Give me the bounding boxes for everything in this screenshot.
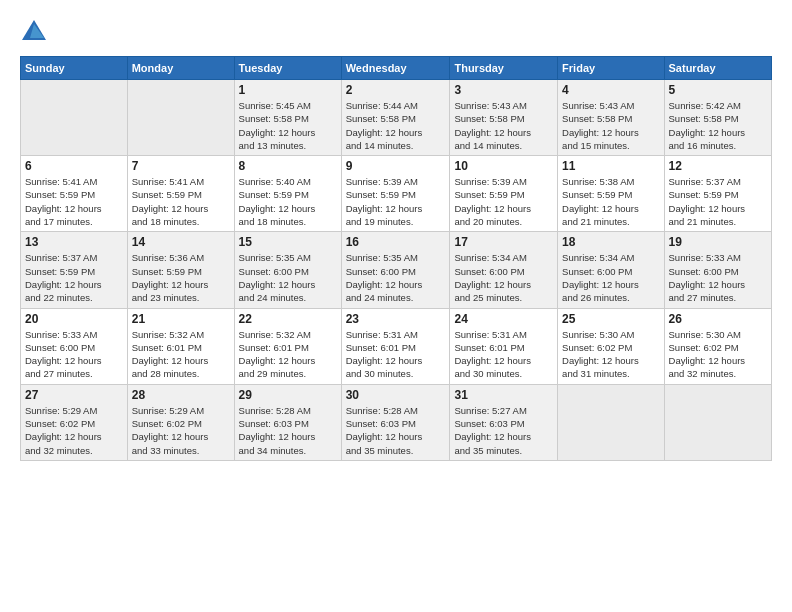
day-info: Sunrise: 5:44 AM Sunset: 5:58 PM Dayligh… xyxy=(346,99,446,152)
day-info: Sunrise: 5:31 AM Sunset: 6:01 PM Dayligh… xyxy=(346,328,446,381)
day-info: Sunrise: 5:32 AM Sunset: 6:01 PM Dayligh… xyxy=(132,328,230,381)
day-number: 30 xyxy=(346,388,446,402)
day-info: Sunrise: 5:34 AM Sunset: 6:00 PM Dayligh… xyxy=(562,251,659,304)
day-number: 16 xyxy=(346,235,446,249)
day-info: Sunrise: 5:36 AM Sunset: 5:59 PM Dayligh… xyxy=(132,251,230,304)
day-info: Sunrise: 5:33 AM Sunset: 6:00 PM Dayligh… xyxy=(25,328,123,381)
day-info: Sunrise: 5:41 AM Sunset: 5:59 PM Dayligh… xyxy=(25,175,123,228)
day-info: Sunrise: 5:28 AM Sunset: 6:03 PM Dayligh… xyxy=(239,404,337,457)
day-cell: 26Sunrise: 5:30 AM Sunset: 6:02 PM Dayli… xyxy=(664,308,771,384)
day-cell: 1Sunrise: 5:45 AM Sunset: 5:58 PM Daylig… xyxy=(234,80,341,156)
day-cell: 7Sunrise: 5:41 AM Sunset: 5:59 PM Daylig… xyxy=(127,156,234,232)
col-header-wednesday: Wednesday xyxy=(341,57,450,80)
logo xyxy=(20,18,52,46)
day-info: Sunrise: 5:29 AM Sunset: 6:02 PM Dayligh… xyxy=(132,404,230,457)
day-cell: 21Sunrise: 5:32 AM Sunset: 6:01 PM Dayli… xyxy=(127,308,234,384)
day-info: Sunrise: 5:30 AM Sunset: 6:02 PM Dayligh… xyxy=(562,328,659,381)
day-number: 22 xyxy=(239,312,337,326)
day-cell: 8Sunrise: 5:40 AM Sunset: 5:59 PM Daylig… xyxy=(234,156,341,232)
header xyxy=(20,18,772,46)
day-cell: 16Sunrise: 5:35 AM Sunset: 6:00 PM Dayli… xyxy=(341,232,450,308)
day-number: 17 xyxy=(454,235,553,249)
col-header-sunday: Sunday xyxy=(21,57,128,80)
day-number: 15 xyxy=(239,235,337,249)
page: SundayMondayTuesdayWednesdayThursdayFrid… xyxy=(0,0,792,612)
day-cell: 28Sunrise: 5:29 AM Sunset: 6:02 PM Dayli… xyxy=(127,384,234,460)
day-number: 27 xyxy=(25,388,123,402)
day-cell: 10Sunrise: 5:39 AM Sunset: 5:59 PM Dayli… xyxy=(450,156,558,232)
day-cell: 23Sunrise: 5:31 AM Sunset: 6:01 PM Dayli… xyxy=(341,308,450,384)
day-number: 5 xyxy=(669,83,767,97)
header-row: SundayMondayTuesdayWednesdayThursdayFrid… xyxy=(21,57,772,80)
day-number: 25 xyxy=(562,312,659,326)
day-info: Sunrise: 5:37 AM Sunset: 5:59 PM Dayligh… xyxy=(669,175,767,228)
col-header-thursday: Thursday xyxy=(450,57,558,80)
day-cell: 20Sunrise: 5:33 AM Sunset: 6:00 PM Dayli… xyxy=(21,308,128,384)
day-number: 2 xyxy=(346,83,446,97)
day-number: 20 xyxy=(25,312,123,326)
day-number: 3 xyxy=(454,83,553,97)
col-header-tuesday: Tuesday xyxy=(234,57,341,80)
week-row-5: 27Sunrise: 5:29 AM Sunset: 6:02 PM Dayli… xyxy=(21,384,772,460)
day-number: 21 xyxy=(132,312,230,326)
day-info: Sunrise: 5:40 AM Sunset: 5:59 PM Dayligh… xyxy=(239,175,337,228)
week-row-1: 1Sunrise: 5:45 AM Sunset: 5:58 PM Daylig… xyxy=(21,80,772,156)
day-info: Sunrise: 5:45 AM Sunset: 5:58 PM Dayligh… xyxy=(239,99,337,152)
day-cell: 9Sunrise: 5:39 AM Sunset: 5:59 PM Daylig… xyxy=(341,156,450,232)
day-number: 11 xyxy=(562,159,659,173)
day-cell: 25Sunrise: 5:30 AM Sunset: 6:02 PM Dayli… xyxy=(558,308,664,384)
day-info: Sunrise: 5:31 AM Sunset: 6:01 PM Dayligh… xyxy=(454,328,553,381)
day-info: Sunrise: 5:34 AM Sunset: 6:00 PM Dayligh… xyxy=(454,251,553,304)
day-cell: 14Sunrise: 5:36 AM Sunset: 5:59 PM Dayli… xyxy=(127,232,234,308)
day-number: 9 xyxy=(346,159,446,173)
day-cell: 31Sunrise: 5:27 AM Sunset: 6:03 PM Dayli… xyxy=(450,384,558,460)
day-cell xyxy=(558,384,664,460)
day-info: Sunrise: 5:33 AM Sunset: 6:00 PM Dayligh… xyxy=(669,251,767,304)
day-info: Sunrise: 5:28 AM Sunset: 6:03 PM Dayligh… xyxy=(346,404,446,457)
day-cell: 19Sunrise: 5:33 AM Sunset: 6:00 PM Dayli… xyxy=(664,232,771,308)
day-cell: 12Sunrise: 5:37 AM Sunset: 5:59 PM Dayli… xyxy=(664,156,771,232)
day-number: 13 xyxy=(25,235,123,249)
day-number: 19 xyxy=(669,235,767,249)
day-number: 18 xyxy=(562,235,659,249)
col-header-monday: Monday xyxy=(127,57,234,80)
day-cell: 6Sunrise: 5:41 AM Sunset: 5:59 PM Daylig… xyxy=(21,156,128,232)
day-number: 12 xyxy=(669,159,767,173)
day-number: 8 xyxy=(239,159,337,173)
day-number: 14 xyxy=(132,235,230,249)
day-cell: 13Sunrise: 5:37 AM Sunset: 5:59 PM Dayli… xyxy=(21,232,128,308)
day-info: Sunrise: 5:39 AM Sunset: 5:59 PM Dayligh… xyxy=(454,175,553,228)
day-number: 29 xyxy=(239,388,337,402)
week-row-3: 13Sunrise: 5:37 AM Sunset: 5:59 PM Dayli… xyxy=(21,232,772,308)
day-number: 31 xyxy=(454,388,553,402)
day-number: 1 xyxy=(239,83,337,97)
day-number: 23 xyxy=(346,312,446,326)
day-number: 10 xyxy=(454,159,553,173)
day-info: Sunrise: 5:27 AM Sunset: 6:03 PM Dayligh… xyxy=(454,404,553,457)
day-cell: 29Sunrise: 5:28 AM Sunset: 6:03 PM Dayli… xyxy=(234,384,341,460)
day-info: Sunrise: 5:39 AM Sunset: 5:59 PM Dayligh… xyxy=(346,175,446,228)
day-info: Sunrise: 5:41 AM Sunset: 5:59 PM Dayligh… xyxy=(132,175,230,228)
day-cell: 30Sunrise: 5:28 AM Sunset: 6:03 PM Dayli… xyxy=(341,384,450,460)
col-header-saturday: Saturday xyxy=(664,57,771,80)
day-cell: 24Sunrise: 5:31 AM Sunset: 6:01 PM Dayli… xyxy=(450,308,558,384)
day-cell xyxy=(664,384,771,460)
day-cell: 18Sunrise: 5:34 AM Sunset: 6:00 PM Dayli… xyxy=(558,232,664,308)
day-info: Sunrise: 5:32 AM Sunset: 6:01 PM Dayligh… xyxy=(239,328,337,381)
logo-icon xyxy=(20,18,48,46)
day-info: Sunrise: 5:30 AM Sunset: 6:02 PM Dayligh… xyxy=(669,328,767,381)
day-number: 26 xyxy=(669,312,767,326)
day-cell: 17Sunrise: 5:34 AM Sunset: 6:00 PM Dayli… xyxy=(450,232,558,308)
day-info: Sunrise: 5:37 AM Sunset: 5:59 PM Dayligh… xyxy=(25,251,123,304)
day-cell xyxy=(127,80,234,156)
week-row-2: 6Sunrise: 5:41 AM Sunset: 5:59 PM Daylig… xyxy=(21,156,772,232)
day-info: Sunrise: 5:35 AM Sunset: 6:00 PM Dayligh… xyxy=(239,251,337,304)
day-number: 24 xyxy=(454,312,553,326)
day-info: Sunrise: 5:43 AM Sunset: 5:58 PM Dayligh… xyxy=(562,99,659,152)
day-cell xyxy=(21,80,128,156)
day-number: 28 xyxy=(132,388,230,402)
day-cell: 2Sunrise: 5:44 AM Sunset: 5:58 PM Daylig… xyxy=(341,80,450,156)
week-row-4: 20Sunrise: 5:33 AM Sunset: 6:00 PM Dayli… xyxy=(21,308,772,384)
day-info: Sunrise: 5:43 AM Sunset: 5:58 PM Dayligh… xyxy=(454,99,553,152)
day-info: Sunrise: 5:38 AM Sunset: 5:59 PM Dayligh… xyxy=(562,175,659,228)
